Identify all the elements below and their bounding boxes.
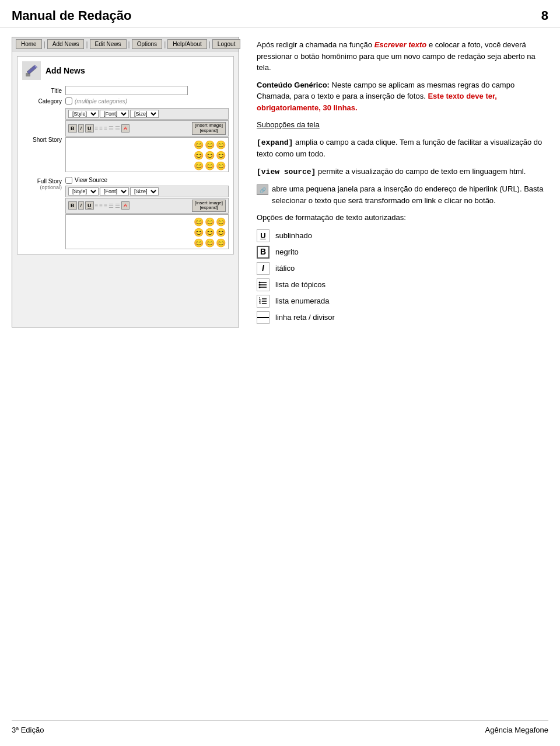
view-source-row: View Source — [65, 177, 229, 184]
fs-font-select[interactable]: [Font] — [100, 187, 129, 196]
format-list: U sublinhado B negrito I itálico — [257, 229, 548, 324]
enum-svg: 1. 2. 3. — [258, 297, 268, 306]
emoji9[interactable]: 😊 — [216, 161, 226, 170]
category-placeholder-text: (multiple categories) — [75, 98, 127, 104]
view-source-checkbox[interactable] — [65, 177, 72, 184]
format-heading: Opções de formatação de texto autorizada… — [257, 213, 406, 222]
font-select[interactable]: [Font] — [100, 110, 129, 118]
line-format-icon — [257, 311, 270, 324]
emoji8[interactable]: 😊 — [205, 161, 215, 170]
fs-sep1: ≡ — [95, 203, 99, 209]
enum-format-icon: 1. 2. 3. — [257, 295, 270, 308]
sep1: ≡ — [95, 125, 99, 131]
category-row: Category (multiple categories) — [22, 97, 229, 104]
fs-bold-btn[interactable]: B — [68, 201, 77, 210]
bold-btn[interactable]: B — [68, 124, 77, 133]
fs-emoji7[interactable]: 😊 — [194, 238, 204, 247]
link-icon: 🔗 — [257, 184, 268, 195]
title-row: Title — [22, 86, 229, 95]
nav-options[interactable]: Options — [132, 39, 162, 49]
subop-heading: Subopções da tela — [257, 119, 548, 131]
fs-emoji2[interactable]: 😊 — [205, 217, 215, 226]
nav-sep1: | — [44, 40, 46, 48]
emoji4[interactable]: 😊 — [194, 151, 204, 160]
nav-logout[interactable]: Logout — [212, 39, 241, 49]
svg-text:3.: 3. — [259, 301, 262, 305]
title-input[interactable] — [65, 86, 188, 95]
fs-emoji4[interactable]: 😊 — [194, 228, 204, 237]
paragraph-view-source: [view source] permite a visualização do … — [257, 166, 548, 178]
fs-emoji6[interactable]: 😊 — [216, 228, 226, 237]
add-news-panel: Add News Title Category (multiple catego… — [17, 56, 234, 255]
enum-label: lista enumerada — [275, 295, 330, 307]
full-story-editor[interactable]: 😊 😊 😊 😊 😊 😊 😊 😊 — [65, 214, 229, 249]
edit-icon — [24, 64, 38, 78]
insert-image-btn[interactable]: [insert image][expand] — [192, 122, 226, 135]
emoji3[interactable]: 😊 — [216, 140, 226, 149]
format-item-italic: I itálico — [257, 262, 548, 275]
fs-color-btn[interactable]: A — [121, 201, 130, 210]
escrever-texto: Escrever texto — [374, 40, 427, 49]
main-content: Home | Add News | Edit News | Options | … — [0, 27, 560, 337]
italic-format-icon: I — [257, 262, 270, 275]
svg-point-6 — [259, 281, 261, 283]
fs-insert-image-btn[interactable]: [insert image][expand] — [192, 200, 226, 212]
underline-btn[interactable]: U — [85, 124, 94, 133]
emoji5[interactable]: 😊 — [205, 151, 215, 160]
fs-emoji5[interactable]: 😊 — [205, 228, 215, 237]
nav-add-news[interactable]: Add News — [47, 39, 85, 49]
intro-text1: Após redigir a chamada na função — [257, 40, 372, 49]
nav-sep4: | — [164, 40, 166, 48]
nav-edit-news[interactable]: Edit News — [90, 39, 127, 49]
emoji1[interactable]: 😊 — [194, 140, 204, 149]
fs-size-select[interactable]: [Size] — [130, 187, 159, 196]
fs-emoji3[interactable]: 😊 — [216, 217, 226, 226]
full-story-right: View Source [Style] [Font] [Size] B I U … — [65, 177, 229, 250]
category-checkbox[interactable] — [65, 97, 72, 104]
underline-format-icon: U — [257, 229, 270, 242]
fs-sep5: ☰ — [115, 203, 120, 209]
nav-sep2: | — [86, 40, 88, 48]
left-panel: Home | Add News | Edit News | Options | … — [12, 37, 239, 327]
full-story-toolbar1: [Style] [Font] [Size] — [65, 186, 229, 197]
sep5: ☰ — [115, 125, 120, 131]
emoji6[interactable]: 😊 — [216, 151, 226, 160]
short-story-label: Short Story — [22, 137, 62, 143]
fs-sep3: ≡ — [104, 203, 107, 209]
fs-emoji-line3: 😊 😊 😊 — [194, 238, 226, 247]
short-story-editor[interactable]: 😊 😊 😊 😊 😊 😊 😊 — [65, 137, 229, 172]
page-title: Manual de Redação — [12, 8, 131, 23]
fs-emoji1[interactable]: 😊 — [194, 217, 204, 226]
fs-italic-btn[interactable]: I — [78, 201, 85, 210]
expand-desc: amplia o campo a cada clique. Tem a funç… — [257, 138, 542, 159]
fs-style-select[interactable]: [Style] — [68, 187, 99, 196]
paragraph-subop: Subopções da tela — [257, 119, 548, 131]
nav-help-about[interactable]: Help/About — [167, 39, 206, 49]
fs-sep2: ≡ — [99, 203, 103, 209]
fs-underline-btn[interactable]: U — [85, 201, 94, 210]
fs-emoji-container: 😊 😊 😊 😊 😊 😊 😊 😊 — [194, 217, 226, 247]
fs-emoji-line1: 😊 😊 😊 — [194, 217, 226, 226]
format-item-line: linha reta / divisor — [257, 311, 548, 324]
category-label: Category — [22, 98, 62, 104]
color-btn[interactable]: A — [121, 124, 130, 133]
view-source-desc: permite a visualização do campo de texto… — [318, 167, 526, 176]
short-story-toolbar2: B I U ≡ ≡ ≡ ☰ ☰ A [insert image][expand] — [65, 120, 229, 137]
sep4: ☰ — [108, 125, 114, 131]
size-select[interactable]: [Size] — [130, 110, 159, 118]
svg-point-7 — [259, 284, 261, 285]
underline-label: sublinhado — [275, 230, 312, 242]
nav-home[interactable]: Home — [16, 39, 42, 49]
view-source-label: View Source — [75, 177, 107, 183]
emoji-container: 😊 😊 😊 😊 😊 😊 😊 — [194, 140, 226, 170]
fs-emoji8[interactable]: 😊 — [205, 238, 215, 247]
fs-emoji9[interactable]: 😊 — [216, 238, 226, 247]
italic-btn[interactable]: I — [78, 124, 85, 133]
sep2: ≡ — [99, 125, 103, 131]
emoji2[interactable]: 😊 — [205, 140, 215, 149]
style-select[interactable]: [Style] — [68, 110, 99, 118]
emoji7[interactable]: 😊 — [194, 161, 204, 170]
emoji-line3: 😊 😊 😊 — [194, 161, 226, 170]
full-story-section: Full Story (optional) View Source [Style… — [22, 177, 229, 250]
edition-label: 3ª Edição — [12, 726, 44, 734]
